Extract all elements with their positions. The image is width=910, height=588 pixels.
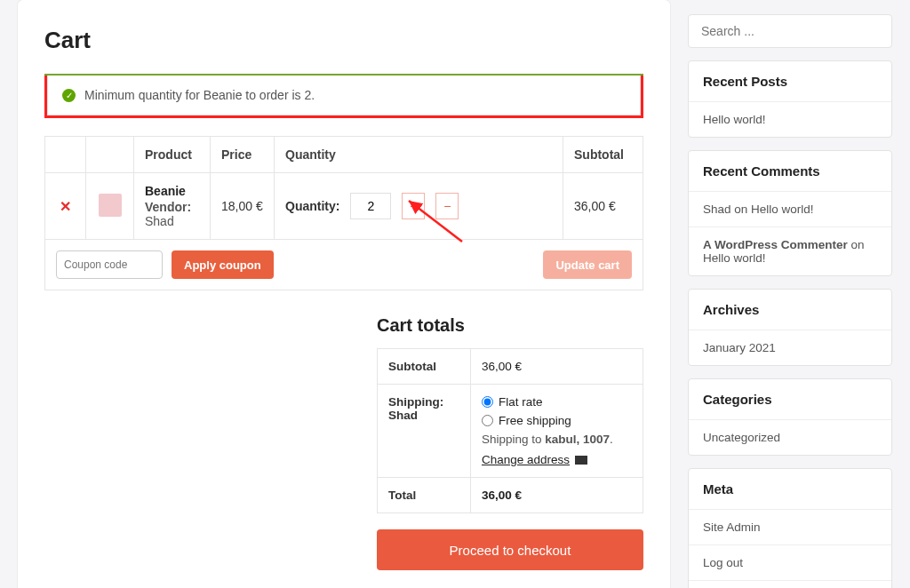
meta-link[interactable]: Site Admin [703,520,761,534]
quantity-label: Quantity: [285,199,339,213]
widget-title: Recent Posts [689,61,891,101]
shipping-label: Shipping: Shad [378,385,471,478]
qty-minus-button[interactable]: − [435,193,459,219]
cart-totals-title: Cart totals [377,315,643,336]
col-product: Product [134,137,211,173]
ship-opt-free[interactable]: Free shipping [482,414,632,427]
ship-opt-flat[interactable]: Flat rate [482,395,632,409]
proceed-to-checkout-button[interactable]: Proceed to checkout [377,529,643,570]
col-subtotal: Subtotal [563,137,643,173]
coupon-input[interactable] [56,250,163,279]
total-label: Total [378,478,471,513]
recent-post-link[interactable]: Hello world! [703,113,766,126]
product-thumbnail[interactable] [99,194,122,217]
list-item: A WordPress Commenter on Hello world! [689,226,891,275]
col-quantity: Quantity [275,137,563,173]
remove-item-button[interactable]: ✕ [60,199,71,214]
widget-recent-posts: Recent Posts Hello world! [688,60,892,138]
comment-post-link[interactable]: Hello world! [703,251,766,265]
item-price: 18,00 € [211,173,275,240]
category-link[interactable]: Uncategorized [703,431,780,444]
widget-archives: Archives January 2021 [688,289,892,366]
ship-to-dest: kabul, 1007 [545,433,610,446]
widget-meta: Meta Site Admin Log out Entries feed Com… [688,468,892,588]
total-value: 36,00 € [482,489,522,502]
page-title: Cart [44,27,643,54]
col-price: Price [211,137,275,173]
list-item: Shad on Hello world! [689,191,891,226]
product-name[interactable]: Beanie [145,184,199,198]
cart-table: Product Price Quantity Subtotal ✕ Beanie… [44,136,643,290]
notice-bar: ✓ Minimum quantity for Beanie to order i… [44,74,643,118]
change-address-link[interactable]: Change address [482,453,587,466]
item-subtotal: 36,00 € [563,173,643,240]
archive-link[interactable]: January 2021 [703,341,776,354]
subtotal-label: Subtotal [378,349,471,385]
flat-rate-radio[interactable] [482,396,493,408]
notice-text: Minimum quantity for Beanie to order is … [84,88,315,102]
free-shipping-radio[interactable] [482,415,493,426]
widget-title: Meta [689,469,891,509]
search-input[interactable] [688,14,892,48]
comment-post-link[interactable]: Hello world! [751,203,814,216]
truck-icon [575,456,587,465]
widget-title: Archives [689,290,891,330]
update-cart-button[interactable]: Update cart [543,250,632,279]
widget-recent-comments: Recent Comments Shad on Hello world! A W… [688,150,892,276]
ship-to-prefix: Shipping to [482,433,545,446]
cart-totals-table: Subtotal 36,00 € Shipping: Shad Flat rat… [377,348,643,513]
table-row: ✕ Beanie Vendor: Shad 18,00 € Quantity: … [45,173,643,240]
subtotal-value: 36,00 € [471,349,643,385]
apply-coupon-button[interactable]: Apply coupon [172,250,274,279]
check-icon: ✓ [62,89,76,102]
vendor-name: Shad [145,214,174,228]
vendor-label: Vendor: [145,200,191,214]
qty-plus-button[interactable]: + [402,193,425,219]
widget-categories: Categories Uncategorized [688,378,892,456]
widget-title: Recent Comments [689,151,891,191]
widget-title: Categories [689,379,891,419]
quantity-input[interactable] [350,193,391,219]
meta-link[interactable]: Log out [703,556,743,569]
